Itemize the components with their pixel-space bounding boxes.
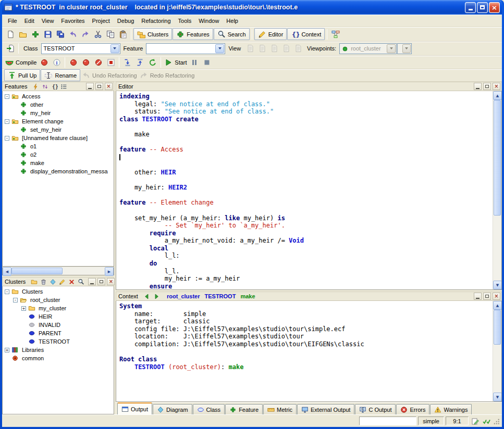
menu-tools[interactable]: Tools xyxy=(175,16,195,26)
tab-diagram[interactable]: Diagram xyxy=(153,404,192,414)
tree-item-libraries[interactable]: +Libraries xyxy=(3,346,114,354)
open-button[interactable] xyxy=(17,28,29,40)
menu-help[interactable]: Help xyxy=(223,16,242,26)
tree-item-display-demonstration-messa[interactable]: display_demonstration_messa xyxy=(3,167,114,175)
features-horizontal-scrollbar[interactable]: ◀ ▶ xyxy=(2,267,114,275)
feature-signature-button[interactable]: {} xyxy=(50,82,59,91)
feature-sort-button[interactable] xyxy=(41,82,50,91)
editor-close-button[interactable]: × xyxy=(493,83,500,90)
view-clickable-button[interactable] xyxy=(256,43,268,55)
menu-file[interactable]: File xyxy=(4,16,21,26)
view-flat-button[interactable] xyxy=(268,43,280,55)
tree-item-my-heir[interactable]: my_heir xyxy=(3,109,114,117)
context-maximize-button[interactable] xyxy=(483,293,491,300)
cluster-edit-button[interactable] xyxy=(58,277,67,286)
cluster-delete-button[interactable] xyxy=(39,277,48,286)
history-back-button[interactable] xyxy=(142,292,151,300)
cluster-search-button[interactable] xyxy=(77,277,85,286)
tree-item-root-cluster[interactable]: -root_cluster xyxy=(3,296,114,304)
add-button[interactable] xyxy=(29,28,41,40)
context-button[interactable]: {}Context xyxy=(287,28,325,40)
features-button[interactable]: Features xyxy=(173,28,213,40)
feature-flash-button[interactable] xyxy=(31,82,40,91)
resize-grip[interactable] xyxy=(493,418,500,426)
tree-item-element-change[interactable]: -Element change xyxy=(3,117,114,125)
context-vertical-scrollbar[interactable]: ▲ ▼ xyxy=(493,301,501,401)
editor-vertical-scrollbar[interactable]: ▲ ▼ xyxy=(493,91,501,289)
precompile-button[interactable] xyxy=(105,56,117,68)
cluster-new-folder-button[interactable] xyxy=(30,277,39,286)
tab-errors[interactable]: Errors xyxy=(396,404,429,414)
collapse-toggle[interactable]: - xyxy=(5,94,9,99)
scroll-thumb[interactable] xyxy=(494,310,501,345)
undo-button[interactable] xyxy=(67,28,79,40)
paste-button[interactable] xyxy=(117,28,129,40)
menu-refactoring[interactable]: Refactoring xyxy=(138,16,174,26)
scroll-up-button[interactable]: ▲ xyxy=(493,91,502,100)
context-output-area[interactable]: System name: simple target: classic conf… xyxy=(116,301,493,401)
features-maximize-button[interactable] xyxy=(95,83,103,90)
breadcrumb-root_cluster[interactable]: root_cluster xyxy=(167,293,200,299)
rename-button[interactable]: Rename xyxy=(41,69,80,81)
collapse-toggle[interactable]: - xyxy=(5,289,9,294)
scroll-track[interactable] xyxy=(11,267,105,275)
compile-error-button[interactable] xyxy=(38,56,50,68)
history-forward-button[interactable] xyxy=(152,292,161,300)
tree-item-invalid[interactable]: INVALID xyxy=(3,321,114,329)
feature-combobox-arrow[interactable] xyxy=(215,44,224,53)
tab-metric[interactable]: Metric xyxy=(263,404,297,414)
tree-item-my-cluster[interactable]: +my_cluster xyxy=(3,304,114,312)
context-close-button[interactable]: × xyxy=(493,293,500,300)
tree-item-unnamed-feature-clause[interactable]: -[Unnamed feature clause] xyxy=(3,134,114,142)
menu-project[interactable]: Project xyxy=(89,16,114,26)
tree-item-set-my-heir[interactable]: set_my_heir xyxy=(3,125,114,134)
tree-item-access[interactable]: -Access xyxy=(3,92,114,100)
tree-item-other[interactable]: other xyxy=(3,100,114,109)
feature-combobox[interactable] xyxy=(146,43,225,54)
menu-favorites[interactable]: Favorites xyxy=(57,16,88,26)
menu-view[interactable]: View xyxy=(38,16,58,26)
class-combobox[interactable]: TESTROOT xyxy=(41,43,120,54)
scroll-right-button[interactable]: ▶ xyxy=(105,267,114,276)
collapse-toggle[interactable]: - xyxy=(5,136,9,141)
start-button[interactable]: Start xyxy=(163,56,188,68)
class-combobox-arrow[interactable] xyxy=(110,44,119,53)
tree-item-testroot[interactable]: TESTROOT xyxy=(3,337,114,346)
viewpoints-combobox-arrow[interactable] xyxy=(387,44,396,53)
menu-debug[interactable]: Debug xyxy=(114,16,138,26)
viewpoints-combobox[interactable]: root_cluster xyxy=(339,43,397,54)
info-button[interactable]: i xyxy=(51,56,63,68)
melt-button[interactable] xyxy=(67,56,79,68)
finalize-button[interactable] xyxy=(92,56,104,68)
step-out-button[interactable] xyxy=(134,56,146,68)
tab-c-output[interactable]: CC Output xyxy=(355,404,396,414)
new-window-button[interactable] xyxy=(4,28,16,40)
features-minimize-button[interactable] xyxy=(86,83,94,90)
editor-minimize-button[interactable] xyxy=(474,83,482,90)
tree-item-parent[interactable]: PARENT xyxy=(3,329,114,337)
editor-code-area[interactable]: indexing legal: "See notice at end of cl… xyxy=(116,91,493,289)
features-close-button[interactable]: × xyxy=(105,83,113,90)
scroll-track[interactable] xyxy=(493,100,501,281)
tab-feature[interactable]: Feature xyxy=(225,404,263,414)
scroll-down-button[interactable]: ▼ xyxy=(493,393,502,401)
tree-item-make[interactable]: make xyxy=(3,159,114,167)
tree-item-o2[interactable]: o2 xyxy=(3,150,114,159)
stop-button[interactable] xyxy=(201,56,213,68)
tree-item-o1[interactable]: o1 xyxy=(3,142,114,150)
pause-button[interactable] xyxy=(189,56,201,68)
titlebar[interactable]: * TESTROOT in cluster root_cluster locat… xyxy=(2,0,502,15)
diagram-tool-button[interactable] xyxy=(329,28,341,40)
editor-button[interactable]: Editor xyxy=(254,28,287,40)
view-contract-button[interactable] xyxy=(280,43,292,55)
step-into-button[interactable] xyxy=(121,56,133,68)
cluster-remove-button[interactable] xyxy=(67,277,76,286)
redo-button[interactable] xyxy=(79,28,91,40)
clusters-minimize-button[interactable] xyxy=(88,278,96,285)
view-basic-button[interactable] xyxy=(244,43,256,55)
scroll-down-button[interactable]: ▼ xyxy=(493,281,502,289)
tree-item-common[interactable]: common xyxy=(3,354,114,362)
minimize-button[interactable] xyxy=(465,2,476,13)
freeze-button[interactable] xyxy=(80,56,92,68)
maximize-button[interactable] xyxy=(477,2,488,13)
